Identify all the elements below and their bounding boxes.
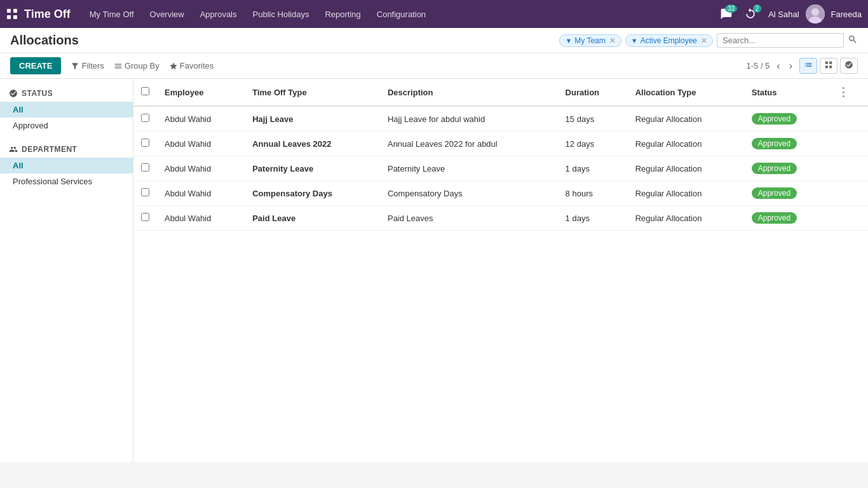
row-more-options[interactable]: [830, 132, 868, 156]
table-row: Abdul Wahid Paid Leave Paid Leaves 1 day…: [133, 206, 868, 231]
main-layout: STATUS All Approved DEPARTMENT All Profe…: [0, 79, 868, 462]
filter-tag-active-employee-close[interactable]: ✕: [701, 36, 707, 45]
row-employee: Abdul Wahid: [157, 132, 245, 156]
menu-public-holidays[interactable]: Public Holidays: [247, 6, 316, 22]
row-more-options[interactable]: [830, 106, 868, 132]
app-grid-icon[interactable]: [6, 8, 18, 20]
row-employee: Abdul Wahid: [157, 181, 245, 206]
menu-reporting[interactable]: Reporting: [318, 6, 367, 22]
updates-icon[interactable]: 2: [744, 8, 757, 20]
sidebar-item-dept-professional-services[interactable]: Professional Services: [0, 173, 133, 189]
notifications-count: 33: [725, 4, 737, 13]
filter-tag-my-team: ▼ My Team ✕: [559, 34, 621, 47]
pagination-prev[interactable]: ‹: [775, 60, 782, 72]
notifications-icon[interactable]: 33: [720, 8, 733, 20]
status-badge: Approved: [752, 187, 797, 199]
top-right: 33 2 Al Sahal Fareeda: [720, 4, 862, 24]
sidebar-item-status-approved[interactable]: Approved: [0, 118, 133, 133]
status-section-title: STATUS: [0, 85, 133, 102]
row-more-options[interactable]: [830, 206, 868, 231]
groupby-link[interactable]: Group By: [114, 61, 159, 71]
content-area: Employee Time Off Type Description Durat…: [133, 79, 868, 462]
user-display: Fareeda: [831, 10, 862, 19]
favorites-link[interactable]: Favorites: [169, 61, 214, 71]
avatar[interactable]: [806, 4, 825, 24]
filter-tag-my-team-close[interactable]: ✕: [609, 36, 616, 45]
row-status: Approved: [744, 106, 831, 132]
svg-rect-1: [13, 9, 17, 13]
column-options-icon[interactable]: ⋮: [837, 86, 849, 98]
svg-point-5: [811, 8, 819, 16]
col-actions: ⋮: [830, 79, 868, 106]
row-more-options[interactable]: [830, 181, 868, 206]
col-status: Status: [744, 79, 831, 106]
status-badge: Approved: [752, 212, 797, 224]
menu-approvals[interactable]: Approvals: [194, 6, 243, 22]
action-bar: CREATE Filters Group By Favorites 1-5 / …: [0, 53, 868, 79]
search-icon[interactable]: [848, 34, 858, 46]
row-duration: 8 hours: [558, 181, 628, 206]
menu-my-time-off[interactable]: My Time Off: [83, 6, 140, 22]
row-duration: 1 days: [558, 206, 628, 231]
row-checkbox-0[interactable]: [141, 114, 149, 122]
row-description: Paid Leaves: [380, 206, 558, 231]
row-checkbox-cell: [133, 132, 157, 156]
department-section-title: DEPARTMENT: [0, 141, 133, 158]
kanban-view-button[interactable]: [820, 58, 837, 74]
pagination-range: 1-5 / 5: [746, 61, 770, 71]
row-time-off-type[interactable]: Paternity Leave: [245, 156, 380, 181]
row-allocation-type: Regular Allocation: [628, 106, 744, 132]
row-allocation-type: Regular Allocation: [628, 181, 744, 206]
filters-link[interactable]: Filters: [71, 61, 104, 71]
row-description: Annual Leaves 2022 for abdul: [380, 132, 558, 156]
row-checkbox-3[interactable]: [141, 188, 149, 196]
status-badge: Approved: [752, 163, 797, 174]
sidebar-item-status-all[interactable]: All: [0, 102, 133, 118]
username: Al Sahal: [768, 10, 799, 19]
row-time-off-type[interactable]: Paid Leave: [245, 206, 380, 231]
action-bar-right: 1-5 / 5 ‹ ›: [746, 58, 858, 74]
sidebar-item-dept-all[interactable]: All: [0, 158, 133, 173]
filter-icon: ▼: [565, 37, 572, 44]
row-status: Approved: [744, 156, 831, 181]
status-badge: Approved: [752, 113, 797, 125]
action-bar-left: CREATE Filters Group By Favorites: [10, 57, 214, 74]
row-time-off-type[interactable]: Annual Leaves 2022: [245, 132, 380, 156]
row-time-off-type[interactable]: Compensatory Days: [245, 181, 380, 206]
row-checkbox-cell: [133, 206, 157, 231]
row-employee: Abdul Wahid: [157, 106, 245, 132]
view-icons: [799, 58, 858, 74]
col-time-off-type: Time Off Type: [245, 79, 380, 106]
breadcrumb-bar: Allocations ▼ My Team ✕ ▼ Active Employe…: [0, 28, 868, 53]
row-allocation-type: Regular Allocation: [628, 132, 744, 156]
menu-configuration[interactable]: Configuration: [370, 6, 432, 22]
menu-overview[interactable]: Overview: [144, 6, 191, 22]
row-checkbox-cell: [133, 181, 157, 206]
select-all-checkbox[interactable]: [141, 87, 149, 95]
filters-label: Filters: [81, 61, 104, 71]
row-description: Compensatory Days: [380, 181, 558, 206]
row-duration: 12 days: [558, 132, 628, 156]
row-description: Hajj Leave for abdul wahid: [380, 106, 558, 132]
create-button[interactable]: CREATE: [10, 57, 61, 74]
row-employee: Abdul Wahid: [157, 156, 245, 181]
row-checkbox-cell: [133, 106, 157, 132]
svg-rect-0: [7, 9, 11, 13]
row-duration: 15 days: [558, 106, 628, 132]
filter-icon-2: ▼: [631, 37, 638, 44]
row-status: Approved: [744, 132, 831, 156]
list-view-button[interactable]: [799, 58, 817, 74]
pagination-next[interactable]: ›: [787, 60, 794, 72]
search-input[interactable]: [717, 33, 844, 48]
row-checkbox-1[interactable]: [141, 139, 149, 147]
row-duration: 1 days: [558, 156, 628, 181]
row-checkbox-2[interactable]: [141, 163, 149, 172]
search-filter-area: ▼ My Team ✕ ▼ Active Employee ✕: [559, 33, 858, 48]
row-time-off-type[interactable]: Hajj Leave: [245, 106, 380, 132]
activity-view-button[interactable]: [840, 58, 858, 74]
row-checkbox-4[interactable]: [141, 213, 149, 221]
col-allocation-type: Allocation Type: [628, 79, 744, 106]
row-more-options[interactable]: [830, 156, 868, 181]
favorites-label: Favorites: [180, 61, 214, 71]
select-all-header: [133, 79, 157, 106]
